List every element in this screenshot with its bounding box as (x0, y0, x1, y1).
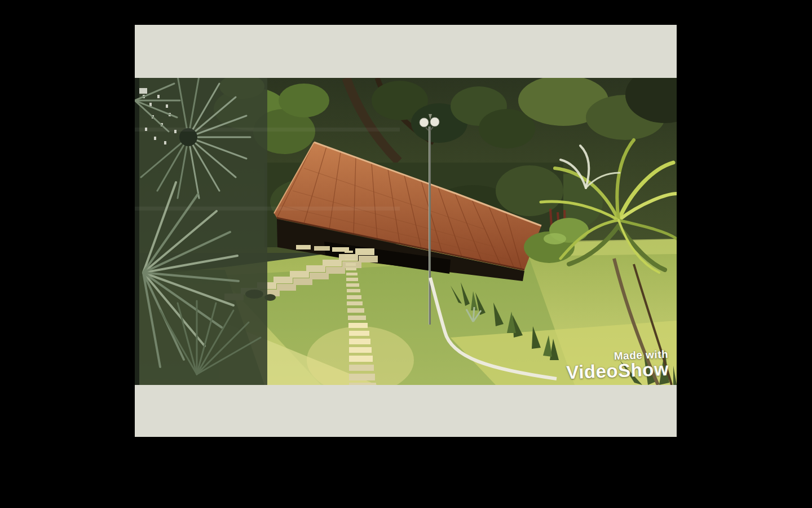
participants-bar: +46 LS MP MS (0, 437, 812, 508)
watermark-line2: VideoShow (566, 360, 669, 382)
shared-video-frame: Made with VideoShow (135, 78, 677, 385)
shared-screen-slide: Made with VideoShow (135, 25, 677, 437)
garden-scene (135, 78, 677, 385)
video-watermark: Made with VideoShow (566, 349, 669, 382)
video-call-window: Made with VideoShow +46 LS MP MS (0, 0, 812, 508)
